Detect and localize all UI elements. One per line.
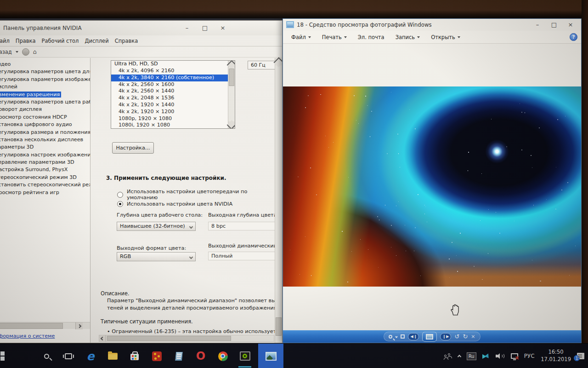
sidebar-item[interactable]: Регулировка параметров изображения для в…: [0, 76, 90, 83]
sidebar-item[interactable]: Стереоскопический режим 3D: [0, 174, 90, 181]
scrollbar-thumb[interactable]: [0, 323, 63, 329]
sidebar-item[interactable]: Установить стереоскопический режим 3D: [0, 181, 90, 189]
viewer-menu-item[interactable]: Печать: [322, 34, 347, 40]
minimize-icon[interactable]: –: [182, 24, 192, 32]
home-icon[interactable]: ⌂: [33, 48, 37, 55]
viewer-menu-item[interactable]: Запись: [396, 34, 420, 40]
resolution-option[interactable]: 4k x 2k, 3840 × 2160 (собственное): [111, 75, 228, 81]
bird-tray-icon[interactable]: [482, 353, 490, 359]
sidebar-horizontal-scrollbar[interactable]: [0, 322, 90, 329]
hidden-icons-chevron[interactable]: [457, 355, 461, 358]
scroll-up-button[interactable]: [228, 61, 235, 68]
sidebar-item[interactable]: Видео: [0, 61, 90, 68]
chrome-button[interactable]: [212, 344, 233, 368]
sidebar-item[interactable]: Просмотр рейтинга игр: [0, 189, 90, 196]
resolution-option[interactable]: 4k x 2k, 1920 × 1440: [111, 102, 228, 109]
resolution-option[interactable]: 4k x 2k, 2560 × 1440: [111, 88, 228, 95]
color-settings-radio[interactable]: Использовать настройки цветопередачи по …: [117, 189, 275, 201]
depth-select[interactable]: Наивысшее (32-битное): [117, 222, 196, 231]
volume-icon[interactable]: [496, 353, 505, 359]
sidebar-item[interactable]: Регулировка параметров цвета рабочего ст…: [0, 98, 90, 106]
sidebar-item[interactable]: Установка нескольких дисплеев: [0, 136, 90, 144]
sidebar-item[interactable]: Изменение разрешения: [0, 91, 90, 98]
language-badge[interactable]: Ru: [467, 352, 476, 360]
next-button[interactable]: ❙▶: [440, 333, 451, 340]
opera-button[interactable]: O: [190, 344, 211, 368]
resolution-option[interactable]: 4k x 2k, 2560 × 1600: [111, 81, 228, 88]
sidebar-item[interactable]: Регулировка настроек изображения с просм…: [0, 151, 90, 159]
scrollbar-thumb[interactable]: [229, 69, 234, 86]
sidebar-item[interactable]: Настройка Surround, PhysX: [0, 166, 90, 173]
clock[interactable]: 16:50 17.01.2019: [541, 349, 571, 363]
resolution-option[interactable]: 1080p, 1920 × 1080: [111, 115, 228, 122]
forward-button[interactable]: [22, 48, 29, 56]
customize-button[interactable]: Настройка...: [112, 142, 154, 154]
viewer-menu-item[interactable]: Открыть: [431, 34, 460, 40]
scrollbar-thumb[interactable]: [107, 336, 231, 341]
resolution-option[interactable]: 4k x 2k, 1920 × 1200: [111, 109, 228, 115]
people-icon[interactable]: [444, 353, 452, 359]
sidebar-item[interactable]: Управление параметрами 3D: [0, 159, 90, 166]
edge-button[interactable]: e: [80, 344, 101, 368]
resolution-option[interactable]: 4k x 2k, 4096 × 2160: [111, 68, 228, 75]
resolution-scrollbar[interactable]: [228, 61, 235, 128]
menu-item[interactable]: Рабочий стол: [42, 38, 79, 44]
viewer-menu-item[interactable]: Эл. почта: [358, 34, 384, 40]
taskbar-search-button[interactable]: [36, 344, 57, 368]
network-disconnected-icon[interactable]: ×: [511, 353, 518, 359]
sidebar-item[interactable]: Поворот дисплея: [0, 106, 90, 113]
nvidia-title-bar[interactable]: Панель управления NVIDIA – □ ×: [0, 21, 282, 35]
maximize-icon[interactable]: □: [549, 21, 559, 29]
task-view-button[interactable]: [58, 344, 79, 368]
rotate-cw-button[interactable]: ↻: [463, 334, 468, 339]
system-info-link[interactable]: Информация о системе: [0, 333, 55, 339]
viewer-title-bar[interactable]: 18 - Средство просмотра фотографий Windo…: [283, 19, 581, 31]
start-button[interactable]: [0, 344, 12, 368]
close-icon[interactable]: ×: [565, 21, 576, 29]
store-button[interactable]: [124, 344, 145, 368]
sidebar-item[interactable]: Регулировка параметров цвета для видео: [0, 68, 90, 75]
previous-button[interactable]: ◀❙: [408, 333, 419, 340]
refresh-rate-field[interactable]: 60 Гц: [248, 61, 275, 69]
nvidia-app-button[interactable]: [234, 344, 255, 368]
range-field[interactable]: Полный: [208, 252, 275, 260]
menu-item[interactable]: Справка: [115, 38, 138, 44]
scroll-up-button[interactable]: [275, 58, 282, 65]
notepad-button[interactable]: [168, 344, 189, 368]
maximize-icon[interactable]: □: [200, 24, 210, 32]
help-button[interactable]: ?: [570, 33, 577, 41]
scrollbar-thumb[interactable]: [276, 317, 282, 336]
sidebar-item[interactable]: Просмотр состояния HDCP: [0, 114, 90, 121]
menu-item[interactable]: Дисплей: [85, 38, 108, 44]
rotate-ccw-button[interactable]: ↺: [454, 334, 459, 339]
scroll-down-button[interactable]: [228, 121, 235, 128]
scroll-left-button[interactable]: [99, 335, 106, 341]
format-select[interactable]: RGB: [117, 252, 196, 261]
scroll-right-button[interactable]: [75, 322, 83, 329]
resolution-option[interactable]: 1080i, 1920 × 1080: [111, 122, 228, 129]
sidebar-item[interactable]: Регулировка размера и положения рабочего…: [0, 129, 90, 136]
actual-size-icon[interactable]: [401, 334, 405, 339]
red-app-button[interactable]: [146, 344, 167, 368]
notification-center-icon[interactable]: 1: [577, 353, 584, 359]
back-button[interactable]: Назад: [0, 49, 12, 55]
menu-item[interactable]: Правка: [16, 38, 36, 44]
zoom-dropdown-icon[interactable]: [396, 335, 398, 338]
delete-button[interactable]: ×: [471, 334, 475, 339]
file-explorer-button[interactable]: [102, 344, 123, 368]
sidebar-item[interactable]: Дисплей: [0, 83, 90, 91]
menu-item[interactable]: Файл: [0, 38, 10, 44]
close-icon[interactable]: ×: [218, 24, 228, 32]
zoom-icon[interactable]: [389, 335, 392, 339]
minimize-icon[interactable]: –: [532, 21, 543, 29]
sidebar-item[interactable]: Установка цифрового аудио: [0, 121, 90, 128]
out-depth-field[interactable]: 8 bpc: [208, 222, 275, 230]
content-vertical-scrollbar[interactable]: [275, 58, 282, 343]
resolution-option[interactable]: 4k x 2k, 2048 × 1536: [111, 95, 228, 102]
resolution-listbox[interactable]: Ultra HD, HD, SD4k x 2k, 4096 × 21604k x…: [111, 60, 235, 129]
viewer-menu-file[interactable]: Файл: [291, 34, 311, 40]
language-label[interactable]: РУС: [524, 353, 535, 359]
color-settings-radio[interactable]: Использовать настройки цвета NVIDIA: [117, 201, 232, 207]
photo-viewer-taskbar-button[interactable]: [258, 344, 283, 368]
content-horizontal-scrollbar[interactable]: [99, 335, 274, 342]
